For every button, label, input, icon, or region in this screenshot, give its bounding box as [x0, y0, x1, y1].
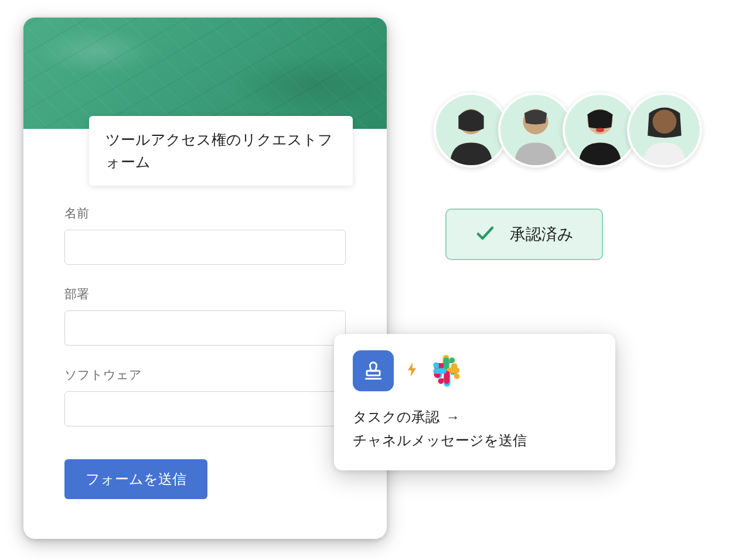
form-header-background: [23, 18, 387, 129]
workflow-description: タスクの承認 → チャネルメッセージを送信: [353, 405, 597, 452]
avatar-2: [498, 93, 573, 168]
svg-rect-15: [433, 368, 447, 374]
form-body: 名前 部署 ソフトウェア フォームを送信: [23, 129, 387, 523]
field-software: ソフトウェア: [64, 367, 346, 426]
field-name: 名前: [64, 205, 346, 265]
input-name[interactable]: [64, 230, 346, 265]
label-name: 名前: [64, 205, 346, 221]
workflow-icons-row: [353, 350, 597, 391]
input-software[interactable]: [64, 391, 346, 426]
label-software: ソフトウェア: [64, 367, 346, 383]
approved-badge: 承認済み: [445, 209, 603, 260]
avatar-4: [627, 93, 702, 168]
svg-rect-10: [367, 371, 380, 375]
arrow-right-icon: →: [446, 405, 460, 429]
avatar-1: [434, 93, 509, 168]
avatar-3: [563, 93, 638, 168]
field-department: 部署: [64, 286, 346, 346]
check-icon: [475, 223, 496, 246]
label-department: 部署: [64, 286, 346, 302]
request-form-card: ツールアクセス権のリクエストフォーム 名前 部署 ソフトウェア フォームを送信: [23, 18, 387, 539]
workflow-card: タスクの承認 → チャネルメッセージを送信: [334, 334, 615, 470]
approvers-avatars: [434, 93, 702, 168]
workflow-line1: タスクの承認: [353, 409, 439, 425]
slack-icon: [430, 354, 463, 387]
stamp-icon: [353, 350, 394, 391]
workflow-line2: チャネルメッセージを送信: [353, 432, 527, 448]
approved-label: 承認済み: [510, 224, 574, 245]
svg-point-9: [653, 110, 677, 134]
form-title: ツールアクセス権のリクエストフォーム: [89, 116, 353, 186]
input-department[interactable]: [64, 310, 346, 346]
submit-button[interactable]: フォームを送信: [64, 459, 207, 499]
svg-point-6: [596, 128, 604, 132]
lightning-icon: [407, 363, 417, 380]
